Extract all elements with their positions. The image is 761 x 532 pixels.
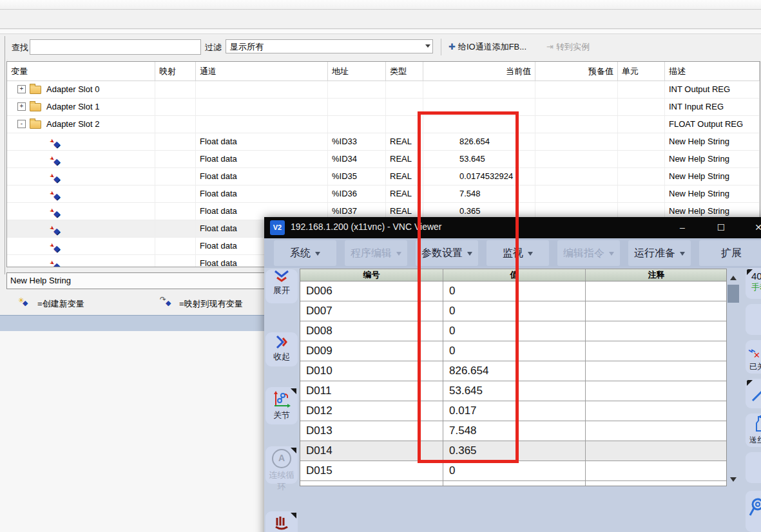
variable-icon bbox=[52, 172, 63, 182]
blank-button[interactable] bbox=[746, 452, 761, 483]
tree-row-adapter-slot-2[interactable]: -Adapter Slot 2 FLOAT Output REG bbox=[7, 116, 760, 133]
servo-state-label: 已关 bbox=[749, 361, 761, 372]
table-row[interactable]: Float data %ID33 REAL 826.654 New Help S… bbox=[7, 133, 760, 151]
col-current-value[interactable]: 当前值 bbox=[423, 62, 535, 81]
chevron-down-icon[interactable] bbox=[425, 44, 430, 50]
register-row[interactable]: D0160 bbox=[300, 481, 726, 486]
variable-icon bbox=[52, 155, 63, 164]
chevron-down-icon bbox=[315, 252, 320, 258]
red-annotation-rectangle bbox=[418, 111, 519, 463]
col-variable[interactable]: 变量 bbox=[7, 62, 155, 81]
loop-a-icon: A bbox=[272, 449, 291, 468]
map-variable-icon bbox=[160, 298, 174, 309]
row-description: FLOAT Output REG bbox=[665, 116, 760, 133]
menu-program-edit[interactable]: 程序编辑 bbox=[345, 240, 407, 266]
row-description: INT Output REG bbox=[665, 81, 760, 98]
stop-button[interactable] bbox=[265, 511, 298, 532]
variable-icon bbox=[52, 259, 63, 267]
toolbar-separator bbox=[441, 39, 441, 55]
mode-value: 手动 bbox=[751, 281, 761, 293]
expand-icon[interactable]: + bbox=[17, 102, 26, 111]
folder-icon bbox=[30, 103, 41, 111]
search-label: 查找 bbox=[12, 40, 28, 55]
corner-marker-icon bbox=[291, 513, 296, 518]
app-toolbar-band bbox=[0, 10, 761, 29]
col-prepared-value[interactable]: 预备值 bbox=[535, 62, 618, 81]
collapse-label: 收起 bbox=[265, 351, 298, 363]
search-input[interactable] bbox=[30, 39, 201, 55]
variable-icon bbox=[52, 224, 63, 234]
legend-row: =创建新变量 =映射到现有变量 bbox=[6, 296, 264, 312]
close-button[interactable]: ✕ bbox=[747, 217, 761, 238]
search-tool-button[interactable] bbox=[746, 491, 761, 532]
chevron-down-icon bbox=[609, 252, 614, 258]
continuous-loop-button[interactable]: A 连续循环 bbox=[265, 446, 298, 484]
col-channel[interactable]: 通道 bbox=[196, 62, 328, 81]
chevron-down-icon bbox=[528, 252, 533, 258]
chevron-down-icon bbox=[680, 252, 685, 258]
menu-extensions[interactable]: 扩展 bbox=[699, 240, 761, 266]
col-unit[interactable]: 单元 bbox=[618, 62, 665, 81]
corner-marker-icon bbox=[747, 380, 753, 386]
goto-icon: ⇥ bbox=[546, 42, 554, 52]
menu-system[interactable]: 系统 bbox=[274, 240, 336, 266]
x-mark-icon: ✕ bbox=[753, 350, 760, 360]
app-top-band bbox=[0, 0, 761, 10]
legend-create-label: =创建新变量 bbox=[37, 298, 84, 310]
col-comment[interactable]: 注释 bbox=[586, 269, 727, 281]
vnc-logo-icon: V2 bbox=[270, 220, 285, 235]
empty-panel bbox=[0, 331, 264, 532]
create-variable-icon bbox=[18, 298, 32, 309]
col-description[interactable]: 描述 bbox=[665, 62, 760, 81]
col-type[interactable]: 类型 bbox=[386, 62, 423, 81]
table-row[interactable]: Float data %ID34 REAL 53.645 New Help St… bbox=[7, 151, 760, 168]
expand-label: 展开 bbox=[265, 285, 298, 296]
col-mapping[interactable]: 映射 bbox=[155, 62, 196, 81]
tool-button[interactable] bbox=[746, 379, 761, 408]
variable-icon bbox=[52, 137, 63, 147]
collapse-button[interactable]: 收起 bbox=[265, 332, 298, 366]
scroll-down-button[interactable] bbox=[727, 473, 740, 486]
variable-table-header: 变量 映射 通道 地址 类型 当前值 预备值 单元 描述 bbox=[7, 62, 760, 81]
variable-icon bbox=[52, 242, 63, 251]
minimize-button[interactable]: – bbox=[671, 217, 693, 238]
collapse-icon[interactable]: - bbox=[17, 120, 26, 128]
tree-row-adapter-slot-0[interactable]: +Adapter Slot 0 INT Output REG bbox=[7, 81, 760, 99]
col-address[interactable]: 地址 bbox=[328, 62, 386, 81]
scroll-up-button[interactable] bbox=[727, 270, 740, 283]
blank-button[interactable] bbox=[746, 304, 761, 335]
table-row[interactable]: Float data %ID36 REAL 7.548 New Help Str… bbox=[7, 185, 760, 203]
expand-icon[interactable]: + bbox=[17, 85, 26, 93]
folder-icon bbox=[30, 86, 41, 94]
variable-icon bbox=[52, 207, 63, 216]
filter-label: 过滤 bbox=[205, 40, 222, 55]
joint-label: 关节 bbox=[265, 410, 298, 421]
table-row[interactable]: Float data %ID35 REAL 0.0174532924 New H… bbox=[7, 168, 760, 185]
menu-edit-commands[interactable]: 编辑指令 bbox=[557, 240, 620, 266]
plus-icon: ✚ bbox=[448, 42, 456, 52]
app-divider-band bbox=[0, 30, 761, 34]
wire-feed-label: 送丝 bbox=[749, 435, 761, 446]
tree-row-adapter-slot-1[interactable]: +Adapter Slot 1 INT Input REG bbox=[7, 99, 760, 116]
corner-marker-icon bbox=[747, 269, 753, 275]
folder-icon bbox=[30, 120, 41, 129]
maximize-button[interactable]: ☐ bbox=[710, 217, 732, 238]
legend-map-label: =映射到现有变量 bbox=[179, 298, 243, 310]
loop-label: 连续循环 bbox=[265, 470, 298, 493]
speed-value: 40% bbox=[751, 271, 761, 281]
scrollbar-thumb[interactable] bbox=[727, 285, 739, 303]
corner-marker-icon bbox=[291, 388, 296, 394]
goto-instance-button[interactable]: ⇥转到实例 bbox=[543, 39, 593, 55]
row-description: INT Input REG bbox=[665, 99, 760, 115]
servo-off-button[interactable]: ⌁ ✕ 已关 bbox=[746, 340, 761, 374]
chevron-down-icon bbox=[396, 252, 401, 258]
wire-feed-button[interactable]: 送丝 bbox=[746, 413, 761, 447]
filter-dropdown[interactable]: 显示所有 bbox=[226, 39, 433, 53]
expand-button[interactable]: 展开 bbox=[265, 269, 298, 303]
add-fb-button[interactable]: ✚给IO通道添加FB... bbox=[445, 39, 530, 55]
variable-icon bbox=[52, 189, 63, 199]
joint-button[interactable]: 关节 bbox=[265, 387, 298, 424]
register-row[interactable]: D0150 bbox=[300, 461, 726, 481]
speed-mode-button[interactable]: 40% 手动 bbox=[746, 268, 761, 299]
menu-run-preparation[interactable]: 运行准备 bbox=[628, 240, 691, 266]
